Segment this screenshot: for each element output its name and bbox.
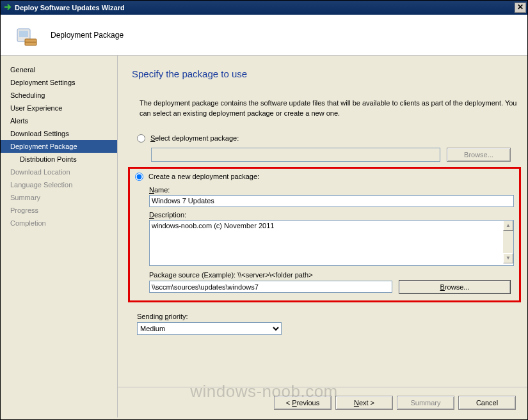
banner-title: Deployment Package	[51, 31, 124, 40]
radio-select-package[interactable]	[137, 134, 145, 143]
cancel-button[interactable]: Cancel	[458, 396, 516, 410]
textarea-scrollbar[interactable]: ▲ ▼	[503, 221, 513, 263]
description-textarea[interactable]	[149, 220, 514, 266]
main-panel: Specify the package to use The deploymen…	[118, 56, 527, 417]
summary-button: Summary	[397, 396, 454, 410]
sidebar-item-progress: Progress	[1, 204, 117, 217]
titlebar-arrow-icon	[3, 3, 12, 13]
browse-source-button[interactable]: Browse...	[399, 280, 511, 294]
next-button[interactable]: Next >	[335, 396, 393, 410]
sidebar-item-summary: Summary	[1, 191, 117, 204]
sidebar-item-deployment-package[interactable]: Deployment Package	[1, 140, 117, 153]
wizard-sidebar: GeneralDeployment SettingsSchedulingUser…	[1, 56, 118, 417]
wizard-footer: < Previous Next > Summary Cancel	[118, 387, 527, 417]
scroll-up-icon[interactable]: ▲	[503, 221, 513, 231]
sidebar-item-user-experience[interactable]: User Experience	[1, 102, 117, 114]
scroll-down-icon[interactable]: ▼	[503, 253, 513, 263]
window-title: Deploy Software Updates Wizard	[15, 4, 125, 12]
close-button[interactable]: ✕	[515, 3, 526, 13]
page-heading: Specify the package to use	[132, 68, 517, 79]
sidebar-item-download-settings[interactable]: Download Settings	[1, 127, 117, 140]
sidebar-item-general[interactable]: General	[1, 63, 117, 76]
priority-row: Sending priority: Medium	[137, 313, 517, 335]
body-area: GeneralDeployment SettingsSchedulingUser…	[1, 56, 527, 417]
select-package-input	[151, 148, 440, 162]
sidebar-item-deployment-settings[interactable]: Deployment Settings	[1, 76, 117, 89]
wizard-window: Deploy Software Updates Wizard ✕ Deploym…	[0, 0, 528, 420]
highlight-annotation: Create a new deployment package: Name: D…	[128, 167, 521, 302]
name-label: Name:	[149, 186, 514, 194]
sidebar-item-language-selection: Language Selection	[1, 178, 117, 191]
package-icon	[13, 21, 39, 49]
radio-create-package-label: Create a new deployment package:	[148, 173, 259, 180]
package-source-input[interactable]	[149, 281, 392, 293]
priority-select[interactable]: Medium	[137, 322, 282, 335]
previous-button[interactable]: < Previous	[274, 396, 332, 410]
radio-create-package[interactable]	[135, 173, 143, 181]
sidebar-item-distribution-points[interactable]: Distribution Points	[1, 153, 117, 166]
source-label-row: Package source (Example): \\<server>\<fo…	[149, 271, 514, 279]
sidebar-item-download-location: Download Location	[1, 166, 117, 178]
radio-select-package-row: Select deployment package:	[137, 134, 517, 143]
package-source-label: Package source (Example): \\<server>\<fo…	[149, 271, 514, 279]
sidebar-item-scheduling[interactable]: Scheduling	[1, 89, 117, 102]
svg-rect-1	[19, 31, 28, 37]
select-package-row: Browse...	[151, 148, 517, 162]
sidebar-item-alerts[interactable]: Alerts	[1, 114, 117, 127]
radio-select-package-label: Select deployment package:	[150, 134, 239, 142]
sidebar-item-completion: Completion	[1, 217, 117, 229]
browse-select-button: Browse...	[447, 148, 511, 162]
name-input[interactable]	[149, 195, 514, 207]
page-description: The deployment package contains the soft…	[132, 98, 517, 119]
titlebar: Deploy Software Updates Wizard ✕	[1, 1, 527, 15]
header-banner: Deployment Package	[1, 15, 527, 56]
priority-label: Sending priority:	[137, 313, 517, 320]
description-label: Description:	[149, 211, 514, 219]
description-row: Description: ▲ ▼	[149, 211, 514, 267]
source-input-row: Browse...	[149, 280, 514, 294]
radio-create-package-row: Create a new deployment package:	[135, 173, 514, 181]
name-row: Name:	[149, 186, 514, 207]
